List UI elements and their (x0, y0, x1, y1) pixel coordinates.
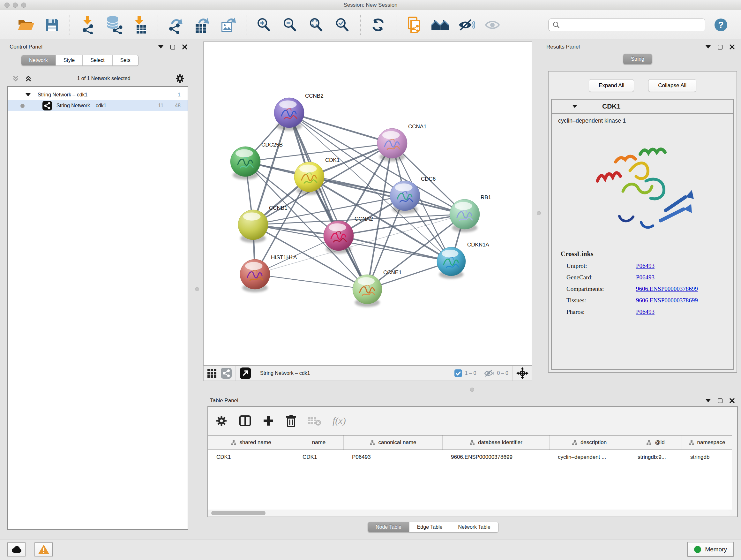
delete-table-icon[interactable] (308, 415, 322, 427)
window-minimize-button[interactable] (13, 3, 18, 8)
table-cell[interactable]: P06493 (344, 454, 443, 460)
apply-layout-button[interactable] (368, 15, 388, 35)
collapse-all-button[interactable]: Collapse All (648, 79, 696, 92)
clone-network-button[interactable] (404, 15, 423, 35)
show-columns-icon[interactable] (239, 415, 252, 427)
hide-selected-button[interactable] (457, 15, 476, 35)
open-session-button[interactable] (16, 15, 36, 35)
network-row-selected[interactable]: String Network – cdk1 11 48 (8, 100, 188, 111)
network-node-CDK1[interactable]: CDK1 (294, 157, 340, 195)
network-edge[interactable] (339, 236, 451, 261)
pan-crosshair-icon[interactable] (516, 367, 529, 379)
save-session-button[interactable] (43, 15, 62, 35)
bottom-splitter-handle[interactable] (470, 388, 474, 392)
control-panel-close-icon[interactable] (182, 44, 187, 50)
left-splitter-handle[interactable] (195, 287, 199, 291)
table-panel-close-icon[interactable] (730, 398, 735, 403)
table-options-gear-icon[interactable] (215, 415, 228, 427)
window-zoom-button[interactable] (21, 3, 26, 8)
network-canvas[interactable]: CCNB2CCNA1CDC25BCDK1CDC6RB1CCNB1CCNA2CDK… (203, 42, 532, 366)
grid-view-icon[interactable] (207, 368, 217, 378)
results-panel-float-icon[interactable] (718, 45, 723, 50)
table-row[interactable]: CDK1CDK1P064939606.ENSP00000378699cyclin… (208, 450, 732, 464)
network-node-HIST1H1A[interactable]: HIST1H1A (240, 254, 297, 292)
network-node-RB1[interactable]: RB1 (450, 194, 491, 232)
gene-collapse-icon[interactable] (572, 105, 577, 108)
crosslink-link[interactable]: P06493 (636, 308, 655, 315)
cloud-status-button[interactable] (7, 543, 25, 557)
column-header[interactable]: shared name (208, 435, 294, 449)
expand-all-icon[interactable] (24, 74, 32, 83)
window-close-button[interactable] (4, 3, 10, 8)
show-all-button[interactable] (430, 15, 450, 35)
network-edge[interactable] (289, 113, 367, 289)
column-header[interactable]: canonical name (344, 435, 443, 449)
zoom-out-button[interactable] (280, 15, 300, 35)
table-cell[interactable]: stringdb (682, 454, 732, 460)
column-header[interactable]: @id (629, 435, 682, 449)
zoom-fit-button[interactable] (307, 15, 326, 35)
results-panel-collapse-icon[interactable] (705, 45, 711, 49)
show-hidden-button[interactable] (483, 15, 502, 35)
export-image-button[interactable] (219, 15, 238, 35)
crosslink-link[interactable]: P06493 (636, 274, 655, 281)
table-cell[interactable]: 9606.ENSP00000378699 (443, 454, 549, 460)
tab-select[interactable]: Select (82, 55, 112, 65)
network-edge[interactable] (289, 113, 392, 143)
control-panel-collapse-icon[interactable] (158, 45, 163, 49)
search-input[interactable] (548, 18, 705, 31)
collapse-all-icon[interactable] (11, 74, 20, 83)
table-panel-float-icon[interactable] (718, 398, 723, 403)
table-cell[interactable]: CDK1 (294, 454, 344, 460)
network-collection-row[interactable]: String Network – cdk1 1 (8, 89, 188, 100)
network-node-CCNA1[interactable]: CCNA1 (377, 124, 427, 161)
crosslink-link[interactable]: 9606.ENSP00000378699 (636, 286, 698, 293)
search-field[interactable] (563, 22, 701, 28)
zoom-in-button[interactable] (254, 15, 273, 35)
network-view-share-icon[interactable] (221, 368, 232, 379)
help-button[interactable]: ? (714, 17, 728, 32)
table-horizontal-scrollbar[interactable] (209, 510, 731, 516)
export-table-button[interactable] (192, 15, 212, 35)
network-node-CDKN1A[interactable]: CDKN1A (437, 242, 489, 279)
table-panel-collapse-icon[interactable] (705, 399, 711, 402)
zoom-selected-button[interactable] (333, 15, 352, 35)
network-options-gear-icon[interactable] (175, 73, 185, 84)
import-network-database-button[interactable] (105, 15, 124, 35)
create-column-plus-icon[interactable] (262, 415, 274, 427)
function-builder-button[interactable]: f(x) (333, 415, 346, 426)
control-panel-float-icon[interactable] (171, 45, 175, 50)
column-header[interactable]: namespace (682, 435, 732, 449)
table-cell[interactable]: stringdb:9... (629, 454, 682, 460)
tab-style[interactable]: Style (56, 55, 83, 65)
birds-eye-view-icon[interactable] (240, 368, 251, 379)
network-node-CDC6[interactable]: CDC6 (390, 176, 435, 213)
crosslink-link[interactable]: 9606.ENSP00000378699 (636, 297, 698, 304)
selected-checkbox-icon[interactable] (454, 369, 462, 377)
export-network-button[interactable] (166, 15, 185, 35)
network-node-CDC25B[interactable]: CDC25B (230, 142, 283, 179)
tab-node-table[interactable]: Node Table (368, 522, 409, 532)
network-edge[interactable] (255, 274, 367, 289)
expand-all-button[interactable]: Expand All (589, 79, 634, 92)
warnings-button[interactable] (35, 543, 53, 557)
tab-network-table[interactable]: Network Table (450, 522, 498, 532)
crosslink-link[interactable]: P06493 (636, 262, 655, 269)
right-splitter-handle[interactable] (537, 211, 541, 215)
collection-expand-icon[interactable] (25, 93, 30, 97)
column-header[interactable]: description (549, 435, 629, 449)
column-header[interactable]: database identifier (443, 435, 549, 449)
tab-string[interactable]: String (623, 54, 652, 64)
column-header[interactable]: name (294, 435, 344, 449)
import-table-file-button[interactable] (131, 15, 150, 35)
table-cell[interactable]: cyclin–dependent ... (549, 454, 629, 460)
table-vertical-scrollbar[interactable] (733, 435, 737, 509)
table-cell[interactable]: CDK1 (208, 454, 294, 460)
memory-button[interactable]: Memory (687, 542, 734, 557)
tab-sets[interactable]: Sets (112, 55, 138, 65)
tab-edge-table[interactable]: Edge Table (409, 522, 450, 532)
delete-column-trash-icon[interactable] (285, 414, 297, 428)
results-panel-close-icon[interactable] (730, 44, 735, 50)
tab-network[interactable]: Network (21, 55, 56, 65)
network-node-CCNB2[interactable]: CCNB2 (274, 93, 324, 131)
